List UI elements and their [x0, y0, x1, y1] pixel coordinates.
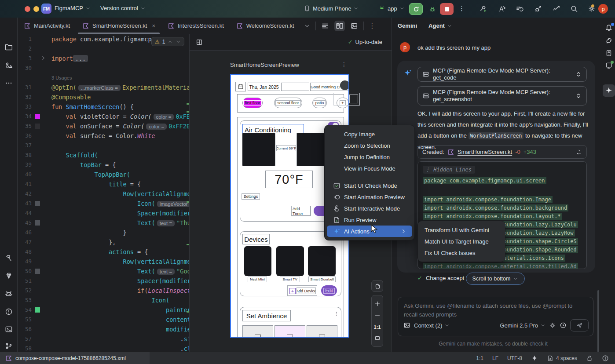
tab-gemini[interactable]: Gemini [398, 22, 417, 29]
editor-options-kebab[interactable]: ⋮ [369, 22, 376, 30]
expand-collapse-icon[interactable] [575, 71, 582, 78]
color-swatch[interactable] [35, 269, 40, 274]
code-line[interactable]: 36val surface = Color.White [18, 131, 189, 141]
tab-smarthomescreen-kt[interactable]: SmartHomeScreen.kt× [76, 18, 161, 34]
stop-button[interactable] [440, 3, 454, 15]
tab-interestsscreen-kt[interactable]: InterestsScreen.kt [161, 18, 230, 34]
device-tile-Nest-Mini[interactable] [244, 246, 271, 276]
created-file-link[interactable]: SmartHomeScreen.kt [458, 149, 512, 155]
device-tile-Smart-Doorbell[interactable] [308, 246, 336, 276]
fold-chevron-icon[interactable] [40, 55, 47, 61]
running-devices-icon[interactable] [605, 49, 613, 57]
selection-handle[interactable] [349, 95, 358, 103]
code-line[interactable]: 33fun SmartHomeScreen() { [18, 102, 189, 112]
run-config-selector[interactable]: app [378, 5, 405, 12]
logcat-cat-icon[interactable] [5, 289, 13, 297]
color-swatch[interactable] [35, 220, 40, 226]
code-line[interactable]: 35val onSurface = Color(color =0xFF2E2 [18, 121, 189, 131]
code-line[interactable]: 53Icon( [18, 295, 189, 305]
agent-mode-selector[interactable]: Agent [428, 22, 452, 29]
code-line[interactable]: 40TopAppBar( [18, 170, 189, 179]
problems-icon[interactable] [5, 308, 13, 316]
build-hammer-icon[interactable] [5, 254, 13, 262]
code-line[interactable]: 37 [18, 141, 189, 150]
caret-position[interactable]: 1:1 [476, 355, 483, 361]
code-line[interactable]: 47}, [18, 237, 189, 247]
diff-icon[interactable] [575, 149, 582, 156]
vcs-widget[interactable]: Version control [100, 5, 146, 11]
code-line[interactable]: 46} [18, 228, 189, 237]
ambience-tile[interactable] [275, 325, 305, 338]
color-swatch[interactable] [35, 124, 40, 129]
profile-avatar[interactable] [340, 80, 349, 90]
ambience-tile[interactable] [242, 325, 273, 338]
menu-item-start-interactive-mode[interactable]: Start Interactive Mode [327, 203, 412, 214]
code-line[interactable]: 3 Usages [18, 73, 189, 83]
design-view-icon[interactable] [350, 22, 358, 30]
code-line[interactable]: 3import... [18, 54, 189, 63]
next-warning-icon[interactable] [176, 39, 181, 44]
tab-welcomescreen-kt[interactable]: WelcomeScreen.kt [230, 18, 300, 34]
ambience-kebab[interactable]: ⋮ [334, 311, 339, 317]
code-line[interactable]: 34val violetColor = Color(color =0xFEB [18, 112, 189, 121]
menu-item-start-ui-check-mode[interactable]: Start UI Check Mode [327, 180, 412, 191]
menu-item-run-preview[interactable]: Run Preview [327, 214, 412, 226]
code-line[interactable]: 32@Composable [18, 92, 189, 102]
code-line[interactable]: 39topBar = { [18, 160, 189, 170]
code-line[interactable]: 56modifier [18, 324, 189, 334]
code-line[interactable]: 1package com.example.figmamcp.u⚠1 [18, 34, 189, 44]
expand-collapse-icon[interactable] [575, 92, 582, 99]
code-line[interactable]: 49Row(verticalAlignmen [18, 257, 189, 266]
line-ending[interactable]: LF [492, 355, 498, 361]
user-avatar[interactable]: p [598, 4, 608, 14]
pan-button[interactable] [371, 280, 383, 292]
debug-button[interactable] [425, 3, 439, 15]
ambience-tile[interactable] [307, 325, 337, 338]
submenu-item-transform-ui-with-gemini[interactable]: Transform UI with Gemini [420, 224, 503, 236]
history-clock-icon[interactable] [560, 322, 567, 329]
indent-widget[interactable]: 4 spaces [547, 355, 577, 362]
code-view-icon[interactable] [321, 22, 329, 30]
preview-title[interactable]: SmartHomeScreenPreview [230, 62, 299, 68]
chip-second-floor[interactable]: second floor [274, 98, 302, 108]
menu-item-start-animation-preview[interactable]: Start Animation Preview [327, 191, 412, 203]
add-device-button[interactable]: +Add Device [287, 285, 317, 296]
zoom-ratio[interactable]: 1:1 [374, 324, 381, 330]
chip-first-floor[interactable]: first floor [242, 98, 263, 108]
code-line[interactable]: 57.siz [18, 334, 189, 344]
code-line[interactable]: 41title = { [18, 179, 189, 189]
zoom-out-icon[interactable] [374, 312, 381, 319]
ac-settings-label[interactable]: Settings [242, 193, 260, 200]
mcp-call-get-screenshot[interactable]: MCP (Figma Remote Dev Mode MCP Server): … [417, 86, 587, 106]
hidden-tabs-chevron[interactable] [304, 23, 310, 29]
code-line[interactable]: 45Text(text ="Thu, [18, 218, 189, 228]
menu-item-zoom-to-selection[interactable]: Zoom to Selection [327, 140, 412, 151]
fit-screen-icon[interactable] [374, 335, 381, 342]
code-line[interactable]: 2 [18, 44, 189, 54]
inspections-icon[interactable] [602, 355, 609, 362]
gemini-sparkle-icon[interactable] [603, 84, 615, 97]
code-line[interactable]: 31@OptIn(...markerClass =ExperimentalMat… [18, 83, 189, 92]
submenu-item-fix-ui-check-issues[interactable]: Fix UI Check Issues [420, 247, 503, 258]
preview-kebab[interactable]: ⋮ [341, 61, 347, 68]
terminal-icon[interactable] [5, 325, 13, 333]
project-folder-icon[interactable] [5, 43, 13, 51]
rerun-button[interactable] [409, 3, 423, 15]
close-tab-icon[interactable]: × [152, 22, 155, 29]
close-window-button[interactable] [25, 6, 30, 12]
code-line[interactable]: 58.cli [18, 344, 189, 352]
app-insights-gem-icon[interactable] [5, 272, 13, 280]
color-swatch[interactable] [35, 201, 40, 206]
submenu-item-match-ui-to-target-image[interactable]: Match UI to Target Image [420, 236, 503, 247]
encoding[interactable]: UTF-8 [507, 355, 522, 361]
context-selector[interactable]: Context (2) [414, 322, 450, 329]
code-line[interactable]: 52if(LocalInspecti [18, 286, 189, 295]
prev-warning-icon[interactable] [168, 39, 173, 44]
attach-image-icon[interactable] [403, 322, 410, 329]
menu-item-view-in-focus-mode[interactable]: View in Focus Mode [327, 163, 412, 174]
code-line[interactable]: 51Spacer(modifier [18, 276, 189, 286]
menu-item-copy-image[interactable]: Copy Image [327, 128, 412, 140]
menu-item-ai-actions[interactable]: AI Actions [327, 226, 412, 237]
ai-sparkle-icon[interactable] [531, 355, 538, 362]
version-control-icon[interactable] [5, 342, 13, 350]
